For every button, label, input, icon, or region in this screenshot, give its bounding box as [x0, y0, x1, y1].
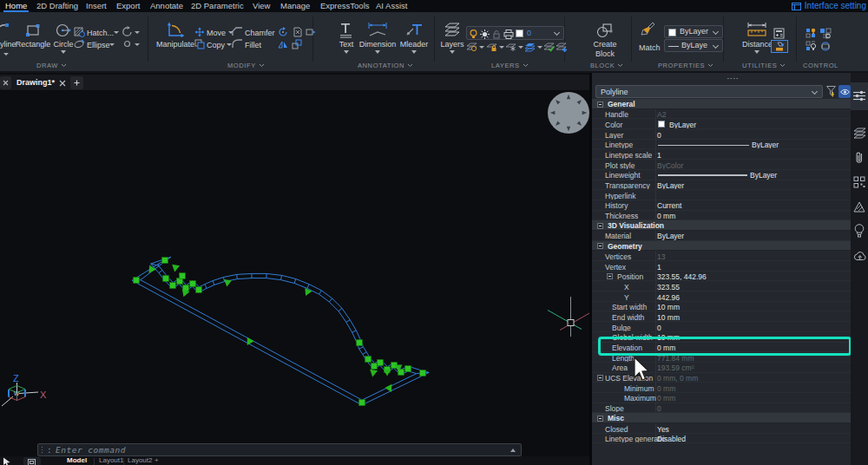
grip-triangle[interactable] [385, 384, 395, 394]
property-row[interactable]: Hyperlink [592, 190, 851, 200]
property-row[interactable]: ColorByLayer [592, 119, 851, 129]
create-block-button[interactable]: Create Block [586, 20, 624, 59]
command-input[interactable]: Enter command [56, 445, 126, 455]
id-point-button[interactable] [771, 40, 788, 53]
property-row[interactable]: Elevation0 mm [592, 343, 851, 353]
navigation-ball[interactable] [548, 92, 589, 134]
distance-button[interactable]: Distance [742, 20, 772, 55]
property-row[interactable]: UCS Elevation0 mm, 0 mm [592, 373, 851, 383]
property-value[interactable]: 0 [657, 404, 661, 413]
menu-item-annotate[interactable]: Annotate [148, 0, 185, 12]
draw-panel-caption[interactable]: DRAW [36, 62, 67, 69]
collapse-icon[interactable] [597, 416, 603, 422]
section-header[interactable]: General [592, 99, 851, 109]
property-row[interactable]: ClosedYes [592, 423, 851, 434]
property-row[interactable]: Y442.96 [592, 291, 851, 302]
layers-dropdown[interactable] [439, 50, 465, 55]
tabstrip-close-all-button[interactable] [0, 76, 11, 89]
layer-stack-tool-dropdown[interactable] [537, 46, 542, 49]
circle-button[interactable]: Circle [50, 20, 76, 55]
layer-freeze-tool-dropdown[interactable] [518, 46, 523, 49]
sidebar-properties-button[interactable] [851, 82, 868, 110]
menu-item-ai-assist[interactable]: AI Assist [374, 0, 409, 12]
command-bar-grip[interactable] [41, 446, 43, 455]
property-row[interactable]: MaterialByLayer [592, 231, 851, 241]
property-row[interactable]: HistoryCurrent [592, 200, 851, 211]
layers-panel-caption[interactable]: LAYERS [491, 62, 529, 69]
expand-icon[interactable] [607, 273, 613, 279]
sidebar-blocks-button[interactable] [851, 172, 868, 194]
palette-grip[interactable] [727, 77, 739, 80]
add-layout-button[interactable]: + [155, 456, 159, 464]
property-value[interactable]: 0 mm [657, 344, 675, 352]
revision-cloud-dropdown[interactable] [135, 31, 140, 34]
grip-square[interactable] [162, 258, 168, 264]
polyline-dropdown[interactable] [3, 53, 9, 56]
ellipse-button[interactable]: Ellipse [87, 41, 110, 49]
layer-select[interactable]: 0 [466, 26, 564, 40]
menu-item-home[interactable]: Home [3, 0, 29, 12]
hatch-dropdown[interactable] [114, 31, 119, 34]
interface-setting-button[interactable]: Interface setting [792, 0, 866, 12]
property-value[interactable]: ByLayer [752, 141, 779, 149]
grip-square[interactable] [420, 370, 426, 377]
property-value[interactable]: A2 [657, 110, 666, 119]
linetype-select[interactable]: ByLaye [664, 39, 723, 52]
tab-close-icon[interactable] [59, 80, 66, 87]
ellipse-dropdown[interactable] [109, 43, 115, 46]
property-value[interactable]: Disabled [657, 435, 686, 443]
tab-layout1[interactable]: Layout1 [99, 456, 123, 464]
property-value[interactable]: 442.96 [657, 293, 680, 302]
object-type-select[interactable]: Polyline [595, 85, 823, 98]
property-row[interactable]: HandleA2 [592, 109, 851, 120]
grip-square[interactable] [190, 281, 196, 287]
command-history-expand-icon[interactable] [510, 449, 516, 452]
sidebar-layers-button[interactable] [851, 123, 868, 146]
layers-button[interactable]: Layers [439, 20, 465, 55]
dimension-button[interactable]: Dimension [358, 20, 397, 55]
command-bar[interactable]: : Enter command [37, 443, 522, 456]
utilities-panel-caption[interactable]: UTILITIES [742, 62, 786, 69]
point-dropdown[interactable] [135, 43, 140, 46]
cursor-mode-icon[interactable] [3, 457, 11, 465]
collapse-icon[interactable] [597, 243, 603, 249]
quick-select-eye-button[interactable] [838, 85, 851, 98]
menu-item-export[interactable]: Export [115, 0, 141, 12]
menu-item-view[interactable]: View [251, 0, 272, 12]
property-row[interactable]: Vertices13 [592, 251, 851, 261]
property-row[interactable]: End width10 mm [592, 311, 851, 322]
new-tab-button[interactable] [70, 76, 83, 89]
grip-square[interactable] [170, 283, 176, 289]
property-row[interactable]: Area193.59 cm² [592, 363, 851, 373]
block-panel-caption[interactable]: BLOCK [590, 62, 623, 69]
layer-lock-tool-dropdown[interactable] [499, 46, 504, 49]
sidebar-cloud-upload-button[interactable] [851, 246, 868, 268]
grip-square[interactable] [163, 276, 169, 282]
property-value[interactable]: 0 mm [657, 384, 675, 393]
grip-square[interactable] [405, 366, 411, 372]
property-row[interactable]: Length771.84 mm [592, 352, 851, 363]
grip-square[interactable] [372, 363, 378, 370]
property-value[interactable]: ByLayer [657, 181, 684, 190]
mleader-dropdown[interactable] [398, 50, 430, 55]
property-value[interactable]: 0 mm [657, 212, 675, 220]
property-value[interactable]: ByLayer [750, 171, 777, 180]
fillet-button[interactable]: Fillet [245, 41, 261, 49]
grip-square[interactable] [196, 287, 202, 293]
circle-dropdown[interactable] [50, 50, 76, 55]
grip-square[interactable] [365, 357, 372, 363]
property-row[interactable]: Layer0 [592, 129, 851, 140]
property-row[interactable]: LineweightByLayer [592, 170, 851, 180]
drawing-canvas[interactable]: Z X W : Enter command [0, 91, 589, 456]
property-value[interactable]: Yes [657, 425, 669, 434]
text-dropdown[interactable] [333, 50, 359, 55]
sidebar-hatch-tools-button[interactable] [851, 196, 868, 219]
manipulate-button[interactable]: Manipulate [156, 20, 194, 49]
property-row[interactable]: Start width10 mm [592, 302, 851, 312]
collapse-icon[interactable] [597, 223, 603, 229]
property-row[interactable]: Position323.55, 442.96 [592, 272, 851, 282]
menu-item-manage[interactable]: Manage [279, 0, 312, 12]
property-value[interactable]: 323.55 [657, 283, 680, 291]
property-row[interactable]: Plot styleByColor [592, 160, 851, 170]
property-value[interactable]: 0 mm, 0 mm [657, 374, 698, 383]
